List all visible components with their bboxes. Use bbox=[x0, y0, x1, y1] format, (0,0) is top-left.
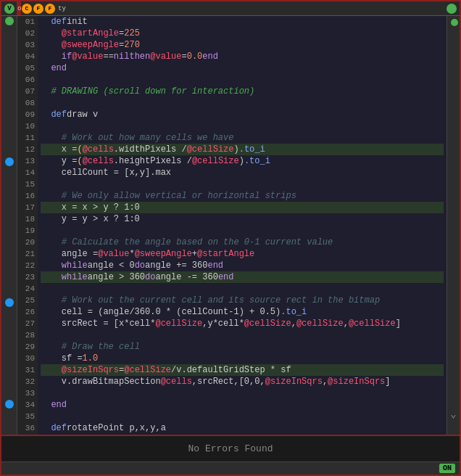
line-num-13: 13 bbox=[25, 155, 35, 167]
code-line-01: def init bbox=[41, 16, 444, 28]
line-num-05: 05 bbox=[25, 62, 35, 74]
top-bar: V o C F F ty bbox=[1, 1, 460, 16]
left-gutter bbox=[1, 16, 17, 435]
line-num-21: 21 bbox=[25, 248, 35, 260]
line-num-24: 24 bbox=[25, 283, 35, 295]
code-line-36: def rotatePoint p,x,y,a bbox=[41, 422, 444, 434]
line-num-18: 18 bbox=[25, 213, 35, 225]
code-line-27: srcRect = [x*cell*@cellSize,y*cell*@cell… bbox=[41, 318, 444, 329]
gutter-dot-14 bbox=[5, 194, 14, 205]
gutter-dot-27 bbox=[5, 361, 14, 372]
line-num-07: 07 bbox=[25, 86, 35, 97]
gutter-dot-16 bbox=[5, 220, 14, 231]
gutter-dot-28 bbox=[5, 374, 14, 385]
gutter-dot-23 bbox=[5, 308, 14, 320]
line-numbers: 01 02 03 04 05 06 07 08 09 10 11 12 13 1… bbox=[17, 16, 38, 435]
circle-top-right[interactable] bbox=[447, 4, 457, 14]
line-num-25: 25 bbox=[25, 295, 35, 306]
circle-f1[interactable]: F bbox=[33, 4, 43, 14]
code-line-26: cell = (angle/360.0 * (cellCount-1) + 0.… bbox=[41, 306, 444, 318]
line-num-23: 23 bbox=[25, 271, 35, 283]
gutter-dot-25 bbox=[5, 335, 14, 346]
code-line-20: # Calculate the angle based on the 0-1 c… bbox=[41, 237, 444, 248]
line-num-03: 03 bbox=[25, 39, 35, 51]
line-num-16: 16 bbox=[25, 190, 35, 202]
gutter-dot-13 bbox=[5, 181, 14, 192]
code-line-05: end bbox=[41, 62, 444, 74]
gutter-dot-15 bbox=[5, 207, 14, 218]
gutter-dot-12 bbox=[5, 168, 14, 179]
line-num-33: 33 bbox=[25, 387, 35, 399]
code-line-15 bbox=[41, 178, 444, 190]
circle-f2[interactable]: F bbox=[45, 4, 55, 14]
code-line-28 bbox=[41, 329, 444, 341]
code-line-33 bbox=[41, 387, 444, 399]
gutter-dot-3 bbox=[5, 53, 14, 65]
label-ty: ty bbox=[58, 5, 66, 12]
code-line-21: angle = @value*@sweepAngle + @startAngle bbox=[41, 248, 444, 260]
code-line-08 bbox=[41, 97, 444, 109]
gutter-dot-6 bbox=[5, 92, 14, 104]
code-line-09: def draw v bbox=[41, 109, 444, 120]
gutter-dot-11 bbox=[5, 157, 14, 166]
line-num-35: 35 bbox=[25, 411, 35, 422]
right-gutter: ⌄ bbox=[447, 16, 460, 435]
gutter-dot-5 bbox=[5, 79, 14, 91]
gutter-dot-9 bbox=[5, 131, 14, 143]
line-num-19: 19 bbox=[25, 225, 35, 237]
code-line-31: @sizeInSqrs = @cellSize/v.defaultGridSte… bbox=[41, 364, 444, 376]
side-label-o: o bbox=[17, 1, 21, 15]
code-content[interactable]: def init @startAngle = 225 @sweepAngle =… bbox=[38, 16, 447, 435]
bottom-status-text: No Errors Found bbox=[1, 436, 460, 461]
code-line-24 bbox=[41, 283, 444, 295]
gutter-dot-26 bbox=[5, 348, 14, 359]
scroll-indicator-top bbox=[451, 19, 458, 26]
code-line-17: x = x > y ? 1:0 bbox=[41, 202, 444, 213]
code-line-34: end bbox=[41, 399, 444, 411]
line-num-36: 36 bbox=[25, 422, 35, 434]
chevron-down-icon[interactable]: ⌄ bbox=[450, 408, 456, 420]
gutter-dot-29 bbox=[5, 387, 14, 398]
on-badge: ON bbox=[439, 464, 455, 473]
code-line-22: while angle < 0 do angle += 360 end bbox=[41, 260, 444, 271]
line-num-31: 31 bbox=[25, 364, 35, 376]
gutter-dot-20 bbox=[5, 272, 14, 284]
code-line-12: x = (@cells.widthPixels / @cellSize).to_… bbox=[41, 144, 444, 155]
circle-c[interactable]: C bbox=[22, 4, 32, 14]
code-line-13: y = (@cells.heightPixels / @cellSize).to… bbox=[41, 155, 444, 167]
gutter-dot-10 bbox=[5, 144, 14, 156]
code-line-16: # We only allow vertical or horizontal s… bbox=[41, 190, 444, 202]
code-line-19 bbox=[41, 225, 444, 237]
line-num-09: 09 bbox=[25, 109, 35, 120]
line-num-28: 28 bbox=[25, 329, 35, 341]
gutter-dot-7 bbox=[5, 105, 14, 117]
gutter-dot-21 bbox=[5, 285, 14, 297]
line-num-14: 14 bbox=[25, 167, 35, 178]
line-num-08: 08 bbox=[25, 97, 35, 109]
gutter-dot-19 bbox=[5, 259, 14, 271]
circle-v[interactable]: V bbox=[4, 4, 14, 14]
gutter-dot-8 bbox=[5, 118, 14, 130]
line-num-04: 04 bbox=[25, 51, 35, 62]
gutter-dot-30 bbox=[5, 400, 14, 409]
gutter-dot-24 bbox=[5, 321, 14, 333]
line-num-15: 15 bbox=[25, 178, 35, 190]
gutter-dot-2 bbox=[5, 40, 14, 52]
line-num-20: 20 bbox=[25, 237, 35, 248]
line-num-12: 12 bbox=[25, 144, 35, 155]
code-line-23: while angle > 360 do angle -= 360 end bbox=[41, 271, 444, 283]
line-num-26: 26 bbox=[25, 306, 35, 318]
line-num-34: 34 bbox=[25, 399, 35, 411]
gutter-dot-18 bbox=[5, 246, 14, 258]
gutter-dot-4 bbox=[5, 66, 14, 78]
line-num-30: 30 bbox=[25, 353, 35, 364]
code-line-07: # DRAWING (scroll down for interaction) bbox=[41, 86, 444, 97]
bottom-panel: No Errors Found ON bbox=[1, 435, 460, 475]
line-num-17: 17 bbox=[25, 202, 35, 213]
line-num-22: 22 bbox=[25, 260, 35, 271]
code-line-35 bbox=[41, 411, 444, 422]
line-num-06: 06 bbox=[25, 74, 35, 86]
line-num-27: 27 bbox=[25, 318, 35, 329]
code-line-29: # Draw the cell bbox=[41, 341, 444, 353]
line-num-02: 02 bbox=[25, 28, 35, 39]
